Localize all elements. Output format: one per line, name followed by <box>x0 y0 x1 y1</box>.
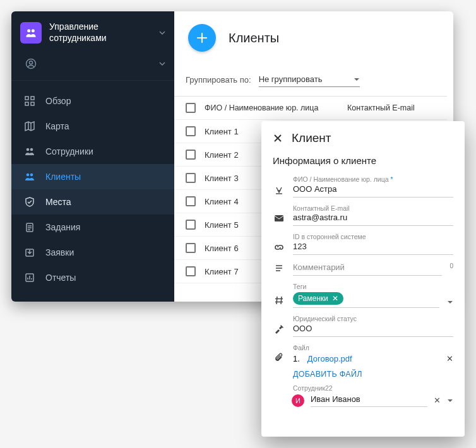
nav-item-employees[interactable]: Сотрудники <box>11 139 174 164</box>
svg-point-3 <box>30 61 33 64</box>
nav-item-places[interactable]: Места <box>11 189 174 215</box>
col-email: Контактный E-mail <box>347 103 436 112</box>
nav-item-tasks[interactable]: Задания <box>11 215 174 240</box>
page-title: Клиенты <box>229 31 279 45</box>
svg-point-0 <box>27 29 30 32</box>
inbox-icon <box>24 247 35 258</box>
tag-remove-icon[interactable]: ✕ <box>332 294 338 303</box>
svg-point-8 <box>27 148 30 151</box>
app-icon <box>20 22 42 44</box>
file-row: 1. Договор.pdf ✕ <box>261 352 465 367</box>
app-switcher[interactable]: Управление сотрудниками <box>11 11 174 51</box>
col-name: ФИО / Наименование юр. лица <box>205 103 338 112</box>
field-name[interactable]: ФИО / Наименование юр. лица * ООО Астра <box>261 172 465 201</box>
main-header: Клиенты <box>174 11 453 63</box>
svg-point-9 <box>30 148 33 151</box>
dashboard-icon <box>24 95 35 107</box>
people-icon <box>24 146 35 157</box>
row-checkbox[interactable] <box>186 196 196 206</box>
select-all-checkbox[interactable] <box>186 103 196 113</box>
nav-label: Отчеты <box>45 273 76 283</box>
field-label: Юридический статус <box>293 315 453 322</box>
field-value: ООО Астра <box>293 184 453 194</box>
field-value: ООО <box>293 324 453 334</box>
group-by-value: Не группировать <box>259 74 323 84</box>
chevron-down-icon <box>159 30 165 36</box>
close-button[interactable] <box>273 133 283 143</box>
user-icon <box>20 57 42 70</box>
detail-title: Клиент <box>292 131 331 145</box>
sidebar: Управление сотрудниками Обзор Карта <box>11 11 174 302</box>
clipboard-icon <box>24 221 35 233</box>
table-header: ФИО / Наименование юр. лица Контактный E… <box>174 97 447 120</box>
row-checkbox[interactable] <box>186 150 196 160</box>
clients-icon <box>24 171 35 182</box>
chart-icon <box>24 272 35 283</box>
svg-rect-4 <box>25 97 28 100</box>
field-label: Контактный E-mail <box>293 205 453 212</box>
nav-label: Места <box>45 197 71 207</box>
nav-label: Обзор <box>45 96 71 106</box>
svg-rect-6 <box>25 102 28 105</box>
add-button[interactable] <box>188 24 216 52</box>
employee-remove-button[interactable]: ✕ <box>434 396 441 405</box>
notes-icon <box>273 263 285 276</box>
nav-label: Задания <box>45 222 80 232</box>
row-checkbox[interactable] <box>186 173 196 183</box>
char-counter: 0 <box>449 262 453 269</box>
tag-chip[interactable]: Раменки ✕ <box>293 292 343 305</box>
chevron-down-icon <box>354 76 360 83</box>
detail-header: Клиент <box>261 121 465 149</box>
row-checkbox[interactable] <box>186 220 196 230</box>
field-label: Файл <box>293 345 453 351</box>
field-comment[interactable]: Комментарий 0 <box>261 259 465 280</box>
field-legal[interactable]: Юридический статус ООО <box>261 312 465 341</box>
email-icon <box>273 213 285 226</box>
gavel-icon <box>273 324 285 337</box>
group-by-label: Группировать по: <box>186 75 251 85</box>
chevron-down-icon <box>159 61 165 67</box>
row-checkbox[interactable] <box>186 243 196 253</box>
employee-dropdown-icon[interactable] <box>447 398 453 404</box>
employee-avatar: И <box>292 394 304 407</box>
field-value: 123 <box>293 242 453 252</box>
field-value: astra@astra.ru <box>293 213 453 223</box>
tags-dropdown-icon[interactable] <box>447 299 453 308</box>
field-tags[interactable]: Теги Раменки ✕ <box>261 280 465 312</box>
row-checkbox[interactable] <box>186 126 196 136</box>
field-email[interactable]: Контактный E-mail astra@astra.ru <box>261 201 465 230</box>
hash-icon <box>273 295 285 308</box>
field-ext-id[interactable]: ID в сторонней системе 123 <box>261 230 465 259</box>
svg-point-1 <box>32 29 35 32</box>
detail-card: Клиент Информация о клиенте ФИО / Наимен… <box>261 121 465 437</box>
field-label: Сотрудник22 <box>293 385 453 392</box>
employee-row[interactable]: И Иван Иванов ✕ <box>261 393 465 412</box>
svg-rect-15 <box>275 215 283 221</box>
app-title: Управление сотрудниками <box>49 21 152 44</box>
file-link[interactable]: Договор.pdf <box>307 354 352 363</box>
nav-label: Карта <box>45 121 69 131</box>
map-icon <box>24 121 35 132</box>
nav-item-map[interactable]: Карта <box>11 114 174 139</box>
nav-label: Заявки <box>45 247 74 257</box>
nav-item-overview[interactable]: Обзор <box>11 88 174 114</box>
nav: Обзор Карта Сотрудники Клиенты Места Зад… <box>11 81 174 290</box>
group-by-select[interactable]: Не группировать <box>259 72 360 87</box>
employee-name: Иван Иванов <box>311 394 427 407</box>
svg-rect-7 <box>31 102 34 105</box>
svg-rect-5 <box>31 97 34 100</box>
field-label: ФИО / Наименование юр. лица <box>293 175 389 183</box>
nav-label: Клиенты <box>45 172 81 182</box>
nav-item-clients[interactable]: Клиенты <box>11 164 174 189</box>
row-checkbox[interactable] <box>186 266 196 276</box>
nav-item-requests[interactable]: Заявки <box>11 240 174 265</box>
file-remove-button[interactable]: ✕ <box>446 354 453 363</box>
add-file-button[interactable]: ДОБАВИТЬ ФАЙЛ <box>261 367 465 385</box>
field-label: ID в сторонней системе <box>293 233 453 240</box>
link-icon <box>273 242 285 255</box>
svg-point-10 <box>27 174 30 177</box>
svg-point-11 <box>30 174 33 177</box>
field-label: Комментарий <box>293 262 442 273</box>
user-switcher[interactable] <box>11 51 174 81</box>
nav-item-reports[interactable]: Отчеты <box>11 265 174 290</box>
